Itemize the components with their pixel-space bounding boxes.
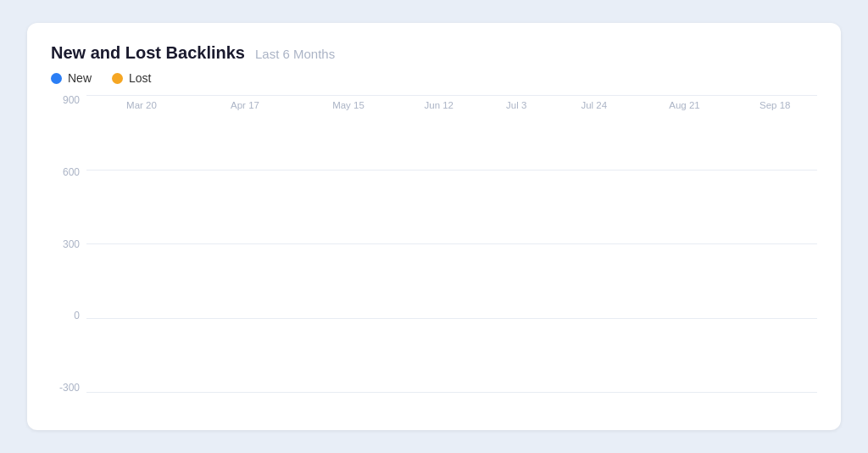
legend-dot-new [51,73,62,84]
y-label-300: 300 [63,239,80,249]
chart-card: New and Lost Backlinks Last 6 Months New… [27,23,841,430]
chart-area: 900 600 300 0 -300 [51,95,817,413]
plot-area: Mar 20Apr 17May 15Jun 12Jul 3Jul 24Aug 2… [86,95,817,413]
bars-row [86,95,817,393]
y-axis: 900 600 300 0 -300 [51,95,86,413]
chart-inner: 900 600 300 0 -300 [51,95,817,413]
y-label-900: 900 [63,95,80,105]
y-label-neg300: -300 [59,383,80,393]
y-label-0: 0 [74,310,80,321]
legend-new: New [51,71,92,85]
y-label-600: 600 [63,167,80,177]
bars-container [86,20,817,318]
